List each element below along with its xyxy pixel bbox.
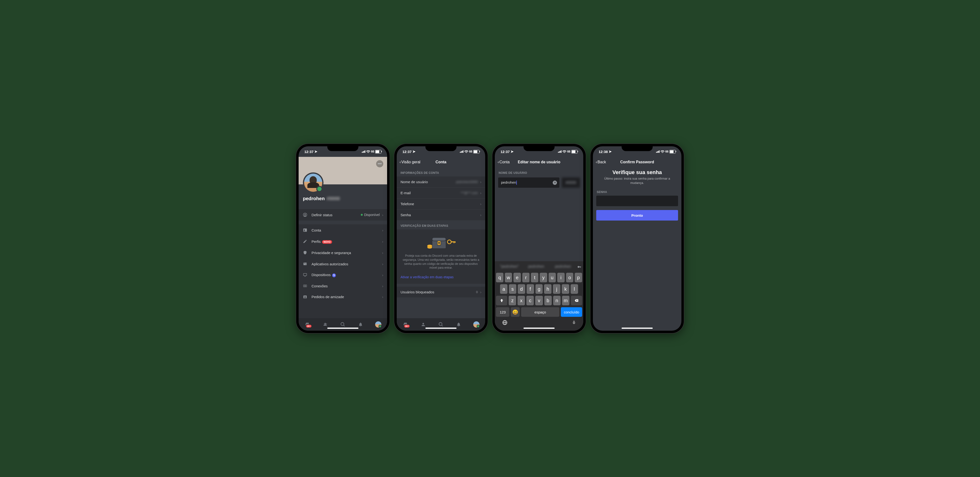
back-button[interactable]: ‹ Conta — [498, 160, 510, 164]
username-input[interactable]: pedrohen ✕ — [498, 177, 559, 188]
tab-search[interactable] — [340, 321, 346, 327]
key-r[interactable]: r — [522, 273, 530, 282]
wifi-icon — [563, 150, 566, 153]
tab-profile[interactable] — [375, 321, 381, 327]
blocked-users-row[interactable]: Usuários bloqueados 0 › — [397, 287, 485, 297]
password-input[interactable] — [596, 196, 678, 206]
svg-point-1 — [305, 214, 306, 215]
key-b[interactable]: b — [544, 296, 552, 305]
profiles-row[interactable]: PerfisNOVO › — [299, 236, 387, 247]
set-status-row[interactable]: Definir status Disponível › — [299, 209, 387, 220]
suggestion[interactable]: pedrohen — [550, 264, 576, 269]
key-i[interactable]: i — [557, 273, 565, 282]
suggestion[interactable]: "pedrohen" — [497, 264, 522, 269]
key-w[interactable]: w — [505, 273, 512, 282]
authorized-apps-label: Aplicativos autorizados — [312, 262, 382, 266]
verify-heading: Verifique sua senha — [593, 168, 681, 177]
key-y[interactable]: y — [540, 273, 547, 282]
key-d[interactable]: d — [518, 284, 525, 294]
key-n[interactable]: n — [553, 296, 561, 305]
key-u[interactable]: u — [549, 273, 556, 282]
password-row[interactable]: Senha › — [397, 209, 485, 220]
discriminator-input[interactable]: #0000 — [562, 177, 580, 188]
home-indicator[interactable] — [425, 327, 457, 329]
done-key[interactable]: concluído — [561, 307, 582, 317]
key-g[interactable]: g — [535, 284, 543, 294]
friend-icon — [302, 295, 308, 299]
home-indicator[interactable] — [327, 327, 358, 329]
submit-button[interactable]: Pronto — [596, 210, 678, 220]
home-indicator[interactable] — [523, 327, 555, 329]
key-e[interactable]: e — [514, 273, 521, 282]
tab-bar: 1k+ — [299, 318, 387, 331]
password-key-icon[interactable] — [577, 264, 581, 269]
privacy-row[interactable]: Privacidade e segurança › — [299, 247, 387, 258]
numbers-key[interactable]: 123 — [496, 307, 509, 317]
location-icon: ➤ — [314, 150, 318, 154]
svg-rect-31 — [581, 266, 581, 268]
tab-discord[interactable]: 1k+ — [304, 321, 310, 327]
email-row[interactable]: E-mail ***@***.com › — [397, 188, 485, 198]
chevron-right-icon: › — [382, 273, 383, 277]
key-z[interactable]: z — [509, 296, 516, 305]
key-h[interactable]: h — [544, 284, 552, 294]
mic-icon[interactable] — [572, 320, 576, 325]
tab-notifications[interactable] — [455, 321, 462, 327]
key-f[interactable]: f — [527, 284, 534, 294]
status-value: Disponível — [361, 213, 380, 217]
key-j[interactable]: j — [553, 284, 560, 294]
key-p[interactable]: p — [575, 273, 582, 282]
emoji-key[interactable]: 😀 — [511, 307, 519, 317]
home-indicator[interactable] — [622, 327, 653, 329]
chevron-left-icon: ‹ — [498, 160, 499, 164]
enable-2fa-link[interactable]: Ativar a verificação em duas etapas — [401, 273, 481, 280]
svg-point-6 — [305, 264, 306, 264]
key-m[interactable]: m — [562, 296, 570, 305]
monitor-icon — [302, 273, 308, 277]
username-text: pedrohen — [303, 196, 325, 201]
battery-icon — [375, 150, 381, 153]
back-button[interactable]: ‹ Visão geral — [399, 160, 420, 164]
location-icon: ➤ — [511, 150, 514, 154]
key-l[interactable]: l — [571, 284, 578, 294]
svg-point-12 — [305, 296, 306, 297]
key-c[interactable]: c — [527, 296, 534, 305]
tab-friends[interactable] — [420, 321, 426, 327]
key-o[interactable]: o — [566, 273, 573, 282]
clear-button[interactable]: ✕ — [553, 180, 557, 185]
tab-profile[interactable] — [473, 321, 479, 327]
chevron-right-icon: › — [382, 295, 383, 299]
phone-1: 12:37 ➤ 66 ••• pedrohen #0000 — [296, 144, 390, 333]
suggestion[interactable]: pedrohen — [523, 264, 549, 269]
phone-row[interactable]: Telefone › — [397, 198, 485, 209]
avatar[interactable] — [303, 172, 323, 193]
devices-row[interactable]: DispositivosS › — [299, 270, 387, 281]
shift-key[interactable] — [496, 296, 507, 305]
pencil-icon — [302, 239, 308, 244]
connections-row[interactable]: Conexões › — [299, 281, 387, 292]
tab-notifications[interactable] — [358, 321, 364, 327]
chevron-right-icon: › — [382, 262, 383, 266]
globe-icon[interactable] — [502, 320, 508, 325]
key-x[interactable]: x — [517, 296, 525, 305]
key-q[interactable]: q — [496, 273, 503, 282]
key-s[interactable]: s — [509, 284, 516, 294]
backspace-key[interactable] — [571, 296, 582, 305]
account-row[interactable]: Conta › — [299, 224, 387, 236]
key-k[interactable]: k — [562, 284, 569, 294]
battery-pct: 66 — [469, 150, 472, 153]
username-row[interactable]: Nome de usuário pedrohen#0000 › — [397, 177, 485, 188]
tab-discord[interactable]: 1k+ — [402, 321, 409, 327]
chevron-right-icon: › — [480, 202, 481, 206]
more-button[interactable]: ••• — [376, 160, 383, 168]
friend-requests-row[interactable]: Pedidos de amizade › — [299, 292, 387, 302]
space-key[interactable]: espaço — [521, 307, 560, 317]
account-label: Conta — [312, 228, 382, 232]
key-t[interactable]: t — [531, 273, 538, 282]
key-a[interactable]: a — [500, 284, 508, 294]
key-v[interactable]: v — [535, 296, 542, 305]
tab-friends[interactable] — [322, 321, 328, 327]
back-button[interactable]: ‹ Back — [596, 160, 606, 164]
tab-search[interactable] — [438, 321, 444, 327]
authorized-apps-row[interactable]: Aplicativos autorizados › — [299, 258, 387, 270]
